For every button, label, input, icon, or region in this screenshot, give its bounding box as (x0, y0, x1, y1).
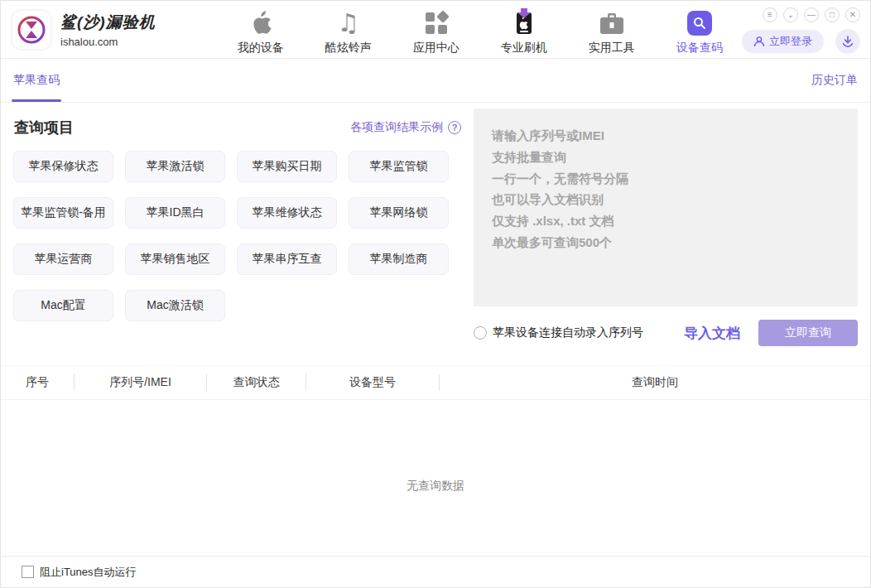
col-query-status: 查询状态 (206, 374, 306, 391)
apple-icon (250, 9, 272, 36)
menu-icon[interactable]: ≡ (763, 7, 777, 22)
tab-bar: 苹果查码 历史订单 (1, 59, 870, 103)
header: 鲨(沙)漏验机 ishalou.com 我的设备 ♫ 酷炫铃声 (1, 1, 870, 59)
nav-item-app-center[interactable]: 应用中心 (411, 9, 462, 55)
query-btn-activation-lock[interactable]: 苹果激活锁 (125, 151, 225, 182)
query-btn-manufacturer[interactable]: 苹果制造商 (349, 243, 449, 275)
music-note-icon: ♫ (337, 9, 359, 36)
window-controls: ≡ ⌄ — □ ✕ (763, 7, 860, 22)
results-table-body: 无查询数据 (1, 400, 870, 556)
app-subtitle: ishalou.com (60, 36, 156, 48)
nav-item-tools[interactable]: 实用工具 (586, 9, 638, 55)
results-table-header: 序号 序列号/IMEI 查询状态 设备型号 查询时间 (1, 365, 870, 400)
tab-active-underline (12, 99, 61, 102)
query-btn-network-lock[interactable]: 苹果网络锁 (349, 197, 449, 229)
col-query-time: 查询时间 (439, 374, 870, 391)
nav-item-ringtones[interactable]: ♫ 酷炫铃声 (323, 9, 374, 55)
download-icon (841, 35, 854, 48)
query-btn-sales-region[interactable]: 苹果销售地区 (125, 243, 225, 275)
nav-item-device-query[interactable]: 设备查码 (674, 9, 725, 55)
flash-phone-icon (512, 9, 536, 36)
nav-item-my-devices[interactable]: 我的设备 (235, 9, 286, 55)
section-title: 查询项目 (14, 118, 74, 137)
logo-group: 鲨(沙)漏验机 ishalou.com (12, 11, 156, 49)
close-icon[interactable]: ✕ (845, 7, 860, 22)
query-btn-sn-imei-cross[interactable]: 苹果串序互查 (237, 243, 337, 275)
app-window: 鲨(沙)漏验机 ishalou.com 我的设备 ♫ 酷炫铃声 (0, 0, 871, 588)
login-button[interactable]: 立即登录 (742, 30, 824, 53)
query-items-panel: 查询项目 各项查询结果示例 ? 苹果保修状态 苹果激活锁 苹果购买日期 苹果监管… (13, 103, 461, 359)
help-icon[interactable]: ? (448, 121, 461, 134)
tab-label: 苹果查码 (13, 73, 60, 88)
query-btn-id-status[interactable]: 苹果ID黑白 (125, 197, 225, 229)
query-btn-repair-status[interactable]: 苹果维修状态 (237, 197, 337, 229)
minimize-icon[interactable]: — (804, 7, 819, 22)
import-document-link[interactable]: 导入文档 (684, 324, 740, 343)
app-grid-icon (424, 9, 449, 36)
user-icon (753, 36, 765, 47)
auto-fill-label: 苹果设备连接自动录入序列号 (493, 325, 643, 340)
auto-fill-radio[interactable] (474, 326, 487, 340)
chevron-down-icon[interactable]: ⌄ (783, 7, 798, 22)
download-button[interactable] (835, 29, 860, 54)
col-device-model: 设备型号 (306, 374, 439, 391)
nav-label: 酷炫铃声 (325, 41, 372, 55)
query-btn-mac-config[interactable]: Mac配置 (13, 290, 113, 321)
nav-label: 应用中心 (413, 41, 460, 55)
app-logo-icon (12, 11, 51, 49)
input-panel: 苹果设备连接自动录入序列号 导入文档 立即查询 (474, 103, 858, 359)
nav-label: 实用工具 (589, 41, 635, 55)
login-label: 立即登录 (769, 34, 812, 49)
device-query-icon (687, 9, 712, 36)
action-row: 苹果设备连接自动录入序列号 导入文档 立即查询 (474, 320, 858, 346)
history-orders-link[interactable]: 历史订单 (811, 73, 858, 88)
examples-link[interactable]: 各项查询结果示例 ? (350, 120, 461, 135)
col-index: 序号 (1, 374, 74, 391)
query-now-button[interactable]: 立即查询 (758, 320, 858, 346)
block-itunes-label: 阻止iTunes自动运行 (40, 565, 137, 580)
maximize-icon[interactable]: □ (825, 7, 840, 22)
query-btn-mdm-lock-backup[interactable]: 苹果监管锁-备用 (13, 197, 113, 229)
briefcase-icon (599, 9, 624, 36)
footer-bar: 阻止iTunes自动运行 (1, 556, 870, 587)
nav-label: 我的设备 (238, 41, 284, 55)
nav-label: 设备查码 (676, 41, 723, 55)
query-buttons-grid: 苹果保修状态 苹果激活锁 苹果购买日期 苹果监管锁 苹果监管锁-备用 苹果ID黑… (13, 151, 461, 336)
nav-item-flash[interactable]: 专业刷机 (498, 9, 550, 55)
tab-apple-query[interactable]: 苹果查码 (13, 59, 60, 102)
block-itunes-checkbox[interactable] (22, 566, 34, 578)
main-nav: 我的设备 ♫ 酷炫铃声 应用中心 (235, 9, 725, 55)
app-title: 鲨(沙)漏验机 (60, 12, 156, 33)
empty-state-text: 无查询数据 (407, 479, 464, 494)
col-serial-imei: 序列号/IMEI (74, 374, 206, 391)
query-btn-warranty[interactable]: 苹果保修状态 (13, 151, 113, 182)
auth-row: 立即登录 (742, 29, 860, 54)
query-btn-purchase-date[interactable]: 苹果购买日期 (237, 151, 337, 182)
serial-input[interactable] (474, 108, 858, 306)
brand-text: 鲨(沙)漏验机 ishalou.com (60, 12, 156, 48)
query-btn-carrier[interactable]: 苹果运营商 (13, 243, 113, 275)
query-btn-mac-activation-lock[interactable]: Mac激活锁 (125, 290, 225, 321)
query-btn-mdm-lock[interactable]: 苹果监管锁 (349, 151, 449, 182)
nav-label: 专业刷机 (501, 41, 547, 55)
main-content: 查询项目 各项查询结果示例 ? 苹果保修状态 苹果激活锁 苹果购买日期 苹果监管… (1, 103, 870, 359)
